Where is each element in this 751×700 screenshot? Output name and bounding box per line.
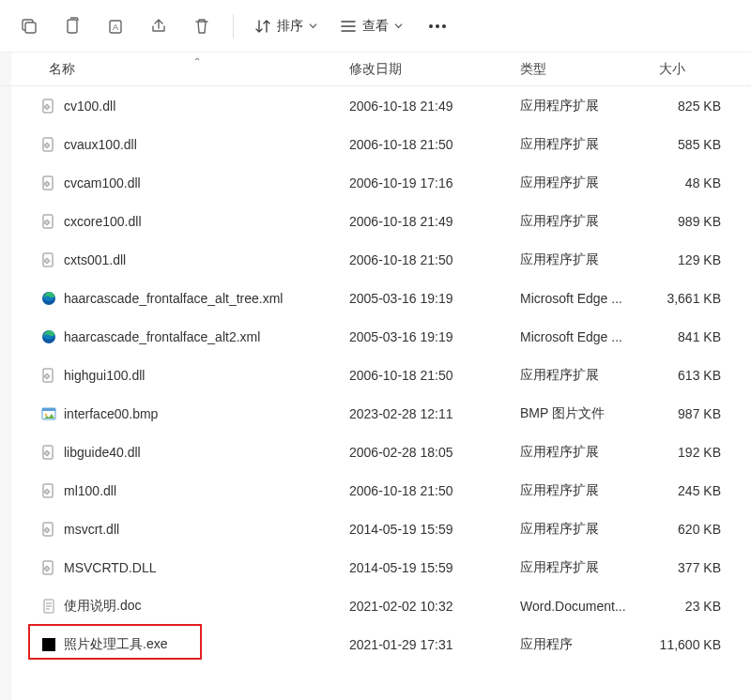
- file-row[interactable]: ml100.dll2006-10-18 21:50应用程序扩展245 KB: [0, 471, 751, 510]
- file-modified: 2023-02-28 12:11: [338, 406, 509, 421]
- file-modified: 2006-10-18 21:50: [338, 368, 509, 383]
- file-row[interactable]: 使用说明.doc2021-02-02 10:32Word.Document...…: [0, 586, 751, 625]
- file-row[interactable]: highgui100.dll2006-10-18 21:50应用程序扩展613 …: [0, 356, 751, 394]
- svg-point-16: [46, 221, 47, 222]
- file-row[interactable]: cv100.dll2006-10-18 21:49应用程序扩展825 KB: [0, 86, 751, 125]
- view-dropdown[interactable]: 查看: [330, 7, 412, 46]
- sort-dropdown[interactable]: 排序: [245, 7, 327, 46]
- file-name-cell: 使用说明.doc: [38, 598, 338, 615]
- file-type: 应用程序扩展: [509, 444, 648, 461]
- header-size[interactable]: 大小: [648, 53, 732, 85]
- file-modified: 2006-10-18 21:49: [338, 214, 509, 229]
- file-size: 48 KB: [648, 175, 732, 190]
- file-name: cxcore100.dll: [64, 214, 142, 229]
- view-label: 查看: [362, 18, 389, 35]
- delete-button[interactable]: [182, 7, 222, 46]
- header-modified[interactable]: 修改日期: [338, 53, 509, 85]
- file-modified: 2005-03-16 19:19: [338, 329, 509, 344]
- file-icon-doc: [41, 599, 56, 614]
- file-size: 377 KB: [648, 560, 732, 575]
- file-name-cell: haarcascade_frontalface_alt2.xml: [38, 329, 338, 344]
- copy-button[interactable]: [53, 7, 92, 46]
- file-name-cell: cvcam100.dll: [38, 175, 338, 190]
- file-type: 应用程序扩展: [509, 136, 648, 153]
- file-modified: 2006-02-28 18:05: [338, 445, 509, 460]
- file-name-cell: cxts001.dll: [38, 252, 338, 267]
- file-size: 841 KB: [648, 329, 732, 344]
- file-row[interactable]: MSVCRTD.DLL2014-05-19 15:59应用程序扩展377 KB: [0, 548, 751, 586]
- file-row[interactable]: libguide40.dll2006-02-28 18:05应用程序扩展192 …: [0, 433, 751, 471]
- file-type: Word.Document...: [509, 599, 648, 614]
- file-name: cv100.dll: [64, 99, 115, 114]
- file-type: BMP 图片文件: [509, 405, 648, 422]
- file-type: Microsoft Edge ...: [509, 291, 648, 306]
- svg-point-13: [46, 183, 47, 184]
- file-icon-dll: [41, 368, 56, 383]
- file-name: cxts001.dll: [64, 252, 126, 267]
- file-row[interactable]: interface00.bmp2023-02-28 12:11BMP 图片文件9…: [0, 394, 751, 433]
- file-icon-dll: [41, 137, 56, 152]
- file-row[interactable]: cxcore100.dll2006-10-18 21:49应用程序扩展989 K…: [0, 202, 751, 240]
- file-name: msvcrt.dll: [64, 522, 119, 537]
- svg-rect-26: [42, 408, 55, 411]
- header-name[interactable]: 名称 ⌃: [38, 53, 338, 85]
- file-type: 应用程序扩展: [509, 521, 648, 538]
- file-type: 应用程序扩展: [509, 98, 648, 114]
- file-type: 应用程序扩展: [509, 175, 648, 191]
- sort-icon: [254, 18, 271, 35]
- header-modified-label: 修改日期: [349, 61, 402, 78]
- share-button[interactable]: [139, 7, 178, 46]
- file-type: 应用程序: [509, 636, 648, 653]
- svg-point-30: [46, 452, 47, 453]
- file-modified: 2006-10-18 21:50: [338, 483, 509, 498]
- file-icon-dll: [41, 560, 56, 575]
- file-size: 825 KB: [648, 99, 732, 114]
- paste-button[interactable]: A: [96, 7, 135, 46]
- svg-text:A: A: [113, 23, 118, 32]
- svg-point-24: [46, 375, 47, 376]
- view-icon: [340, 18, 357, 35]
- file-icon-dll: [41, 214, 56, 229]
- sort-label: 排序: [277, 18, 303, 35]
- file-icon-dll: [41, 483, 56, 498]
- file-modified: 2021-02-02 10:32: [338, 599, 509, 614]
- header-name-label: 名称: [49, 61, 75, 78]
- file-list: cv100.dll2006-10-18 21:49应用程序扩展825 KBcva…: [0, 86, 751, 663]
- file-size: 245 KB: [648, 483, 732, 498]
- file-size: 3,661 KB: [648, 291, 732, 306]
- file-icon-dll: [41, 522, 56, 537]
- svg-point-33: [46, 491, 47, 492]
- file-row[interactable]: cxts001.dll2006-10-18 21:50应用程序扩展129 KB: [0, 240, 751, 279]
- file-row[interactable]: haarcascade_frontalface_alt_tree.xml2005…: [0, 279, 751, 317]
- file-type: 应用程序扩展: [509, 251, 648, 268]
- file-size: 192 KB: [648, 445, 732, 460]
- file-name: cvcam100.dll: [64, 175, 141, 190]
- chevron-down-icon: [309, 22, 317, 30]
- file-name-cell: cv100.dll: [38, 99, 338, 114]
- file-modified: 2006-10-18 21:50: [338, 252, 509, 267]
- file-row[interactable]: msvcrt.dll2014-05-19 15:59应用程序扩展620 KB: [0, 510, 751, 548]
- header-type[interactable]: 类型: [509, 53, 648, 85]
- file-row[interactable]: 照片处理工具.exe2021-01-29 17:31应用程序11,600 KB: [0, 625, 751, 663]
- file-name: haarcascade_frontalface_alt2.xml: [64, 329, 260, 344]
- file-modified: 2006-10-18 21:50: [338, 137, 509, 152]
- file-name-cell: interface00.bmp: [38, 406, 338, 421]
- file-icon-edge: [41, 329, 56, 344]
- file-size: 987 KB: [648, 406, 732, 421]
- file-name: 使用说明.doc: [64, 598, 141, 615]
- file-type: 应用程序扩展: [509, 559, 648, 576]
- more-options-button[interactable]: [416, 7, 459, 46]
- left-scrollbar[interactable]: [0, 53, 11, 700]
- file-row[interactable]: cvaux100.dll2006-10-18 21:50应用程序扩展585 KB: [0, 125, 751, 163]
- file-name-cell: ml100.dll: [38, 483, 338, 498]
- new-item-button[interactable]: [9, 7, 49, 46]
- file-modified: 2006-10-18 21:49: [338, 99, 509, 114]
- file-row[interactable]: haarcascade_frontalface_alt2.xml2005-03-…: [0, 317, 751, 356]
- file-icon-dll: [41, 175, 56, 190]
- file-size: 989 KB: [648, 214, 732, 229]
- header-size-label: 大小: [659, 61, 685, 78]
- file-modified: 2005-03-16 19:19: [338, 291, 509, 306]
- file-row[interactable]: cvcam100.dll2006-10-19 17:16应用程序扩展48 KB: [0, 163, 751, 202]
- file-modified: 2014-05-19 15:59: [338, 522, 509, 537]
- file-size: 11,600 KB: [648, 637, 732, 652]
